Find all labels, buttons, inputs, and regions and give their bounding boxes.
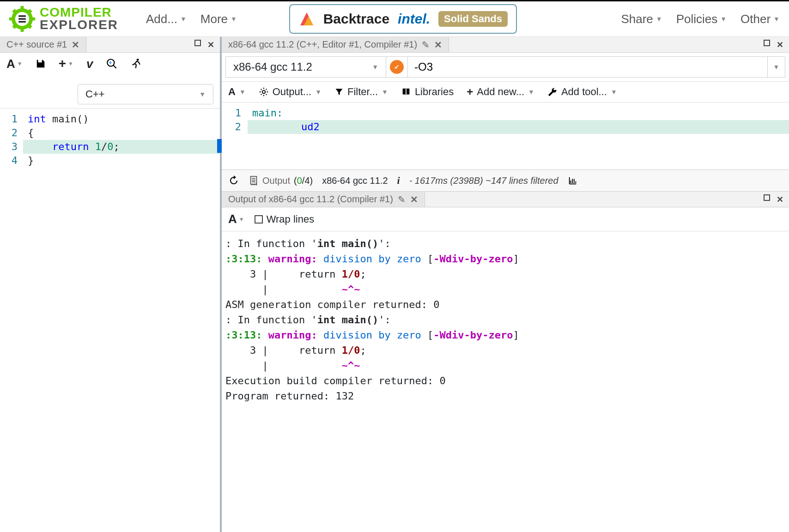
- nav-more[interactable]: More▼: [200, 12, 237, 26]
- maximize-icon[interactable]: [194, 40, 201, 46]
- vim-button[interactable]: v: [86, 57, 93, 71]
- svg-rect-10: [18, 18, 26, 19]
- reload-icon[interactable]: [228, 175, 239, 186]
- checkbox-icon: [255, 215, 263, 224]
- font-button[interactable]: A▼: [6, 57, 23, 71]
- add-tool-button[interactable]: Add tool...▼: [547, 86, 617, 98]
- output-tabbar: Output of x86-64 gcc 11.2 (Compiler #1): [222, 192, 789, 207]
- compiler-tab-label: x86-64 gcc 11.2 (C++, Editor #1, Compile…: [228, 39, 417, 50]
- close-pane-icon[interactable]: [207, 40, 214, 50]
- status-compiler: x86-64 gcc 11.2: [322, 175, 388, 186]
- font-button[interactable]: A▼: [228, 212, 244, 226]
- source-toolbar: A▼ +▼ v + C++ ▼: [0, 53, 220, 109]
- gear-logo-icon: [9, 6, 35, 32]
- output-tab-label: Output of x86-64 gcc 11.2 (Compiler #1): [228, 194, 393, 205]
- libraries-button[interactable]: Libraries: [401, 86, 454, 98]
- sponsor-backtrace[interactable]: Backtrace: [323, 11, 389, 27]
- asm-gutter: 1 2: [222, 103, 248, 169]
- maximize-icon[interactable]: [764, 194, 770, 201]
- svg-point-18: [262, 91, 265, 93]
- filter-icon: [334, 87, 344, 97]
- svg-rect-3: [9, 18, 14, 21]
- sponsors-box: Backtrace intel. Solid Sands: [289, 4, 517, 34]
- asm-toolbar: A▼ Output...▼ Filter...▼ Libraries + Add…: [222, 82, 789, 103]
- flags-input[interactable]: [407, 56, 768, 78]
- wrap-lines-checkbox[interactable]: Wrap lines: [255, 213, 315, 225]
- svg-rect-1: [21, 6, 24, 11]
- nav-other[interactable]: Other▼: [740, 12, 780, 26]
- zoom-button[interactable]: +: [106, 58, 118, 70]
- output-text[interactable]: : In function 'int main()'::3:13: warnin…: [222, 231, 789, 408]
- source-tab-label: C++ source #1: [6, 39, 67, 50]
- language-selected: C++: [85, 88, 105, 100]
- close-icon[interactable]: [434, 39, 442, 50]
- asm-code[interactable]: main: ud2: [248, 103, 789, 169]
- chevron-down-icon: ▼: [720, 15, 727, 23]
- pencil-icon[interactable]: [398, 194, 406, 205]
- add-new-button[interactable]: + Add new...▼: [467, 85, 534, 98]
- svg-rect-11: [18, 21, 26, 22]
- chevron-down-icon: ▼: [372, 63, 378, 71]
- font-button[interactable]: A▼: [228, 86, 246, 98]
- logo-text: COMPILER EXPLORER: [40, 6, 118, 31]
- svg-rect-4: [30, 18, 35, 21]
- svg-text:+: +: [109, 60, 112, 66]
- overview-marker: [217, 139, 222, 153]
- close-icon[interactable]: [410, 194, 418, 205]
- info-icon[interactable]: i: [397, 175, 400, 187]
- close-icon[interactable]: [72, 39, 79, 50]
- search-plus-icon: +: [106, 58, 118, 70]
- right-nav: Share▼ Policies▼ Other▼: [621, 12, 780, 26]
- sponsor-intel[interactable]: intel.: [398, 11, 430, 27]
- runner-icon: [131, 58, 143, 70]
- chevron-down-icon: ▼: [180, 15, 187, 23]
- status-bar: Output (0/4) x86-64 gcc 11.2 i - 1617ms …: [222, 169, 789, 192]
- logo[interactable]: COMPILER EXPLORER: [9, 6, 118, 32]
- flags-dropdown[interactable]: ▼: [768, 56, 785, 78]
- close-pane-icon[interactable]: [777, 194, 783, 205]
- compiler-selected-label: x86-64 gcc 11.2: [233, 60, 312, 73]
- output-summary[interactable]: Output (0/4): [249, 175, 313, 186]
- source-editor[interactable]: 1 2 3 4 int main() { return 1/0; }: [0, 109, 220, 532]
- output-pane: Output of x86-64 gcc 11.2 (Compiler #1) …: [222, 192, 789, 532]
- compiler-select[interactable]: x86-64 gcc 11.2 ▼: [225, 56, 386, 78]
- source-tab[interactable]: C++ source #1: [0, 37, 86, 52]
- output-button[interactable]: Output...▼: [259, 86, 322, 98]
- source-tabbar: C++ source #1: [0, 37, 220, 53]
- svg-point-17: [137, 59, 139, 61]
- receipt-icon: [249, 175, 259, 186]
- close-pane-icon[interactable]: [777, 40, 783, 50]
- chevron-down-icon: ▼: [656, 15, 662, 23]
- save-button[interactable]: [36, 59, 46, 69]
- chevron-down-icon: ▼: [773, 15, 780, 23]
- status-timing: - 1617ms (2398B) ~147 lines filtered: [409, 175, 558, 186]
- output-tab[interactable]: Output of x86-64 gcc 11.2 (Compiler #1): [222, 192, 425, 207]
- book-icon: [401, 87, 411, 97]
- gear-icon: [259, 87, 269, 97]
- output-toolbar: A▼ Wrap lines: [222, 207, 789, 231]
- sponsor-solidsands[interactable]: Solid Sands: [438, 11, 508, 27]
- nav-share[interactable]: Share▼: [621, 12, 662, 26]
- run-button[interactable]: [131, 58, 143, 70]
- chart-icon[interactable]: [568, 175, 578, 186]
- backtrace-logo-icon: [298, 11, 315, 27]
- wrench-icon: [547, 87, 558, 97]
- svg-line-15: [114, 65, 117, 68]
- language-select[interactable]: C++ ▼: [78, 84, 213, 104]
- compiler-tab[interactable]: x86-64 gcc 11.2 (C++, Editor #1, Compile…: [222, 37, 449, 52]
- save-icon: [36, 59, 46, 69]
- svg-rect-9: [18, 15, 26, 17]
- status-badge: ✓: [386, 56, 407, 78]
- pencil-icon[interactable]: [422, 39, 430, 50]
- left-nav: Add...▼ More▼: [146, 12, 237, 26]
- maximize-icon[interactable]: [764, 40, 770, 46]
- nav-add[interactable]: Add...▼: [146, 12, 187, 26]
- filter-button[interactable]: Filter...▼: [334, 86, 388, 98]
- compiler-select-row: x86-64 gcc 11.2 ▼ ✓ ▼: [222, 53, 789, 82]
- top-navbar: COMPILER EXPLORER Add...▼ More▼ Backtrac…: [0, 0, 789, 37]
- svg-rect-2: [21, 27, 24, 32]
- asm-editor[interactable]: 1 2 main: ud2: [222, 103, 789, 169]
- source-code[interactable]: int main() { return 1/0; }: [23, 109, 220, 532]
- add-button[interactable]: +▼: [59, 56, 73, 71]
- nav-policies[interactable]: Policies▼: [676, 12, 727, 26]
